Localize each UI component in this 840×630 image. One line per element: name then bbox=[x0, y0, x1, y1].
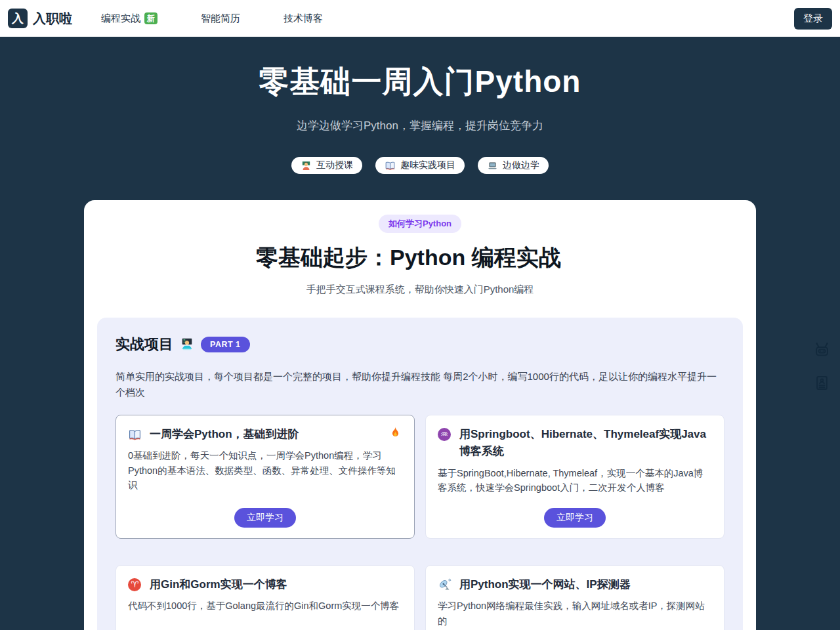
project-cards-grid: 一周学会Python，基础到进阶 0基础到进阶，每天一个知识点，一周学会Pyth… bbox=[116, 415, 724, 630]
fire-icon bbox=[388, 426, 402, 440]
projects-section: 实战项目 PART 1 简单实用的实战项目，每个项目都是一个完整的项目，帮助你提… bbox=[97, 318, 743, 630]
project-card-title: 一周学会Python，基础到进阶 bbox=[150, 426, 299, 443]
floating-action-rail bbox=[813, 341, 831, 392]
learn-now-button[interactable]: 立即学习 bbox=[544, 508, 606, 528]
projects-title: 实战项目 bbox=[116, 335, 173, 354]
learn-now-button[interactable]: 立即学习 bbox=[234, 508, 296, 528]
hero-subtitle: 边学边做学习Python，掌握编程，提升岗位竞争力 bbox=[0, 118, 840, 133]
hero-pill: 趣味实践项目 bbox=[375, 157, 465, 174]
hero-pill-label: 互动授课 bbox=[316, 159, 353, 171]
project-card: ♈ 用Gin和Gorm实现一个博客 代码不到1000行，基于Golang最流行的… bbox=[116, 565, 415, 630]
project-card-title: 用Gin和Gorm实现一个博客 bbox=[150, 576, 287, 593]
open-book-icon bbox=[385, 160, 396, 171]
intro-badge: 如何学习Python bbox=[379, 215, 461, 233]
projects-header: 实战项目 PART 1 bbox=[116, 335, 724, 354]
hero-pill-label: 趣味实践项目 bbox=[400, 159, 455, 171]
nav-item-label: 智能简历 bbox=[201, 12, 240, 25]
resume-icon[interactable] bbox=[813, 374, 831, 392]
project-card-description: 基于SpringBoot,Hibernate, Thymeleaf，实现一个基本… bbox=[438, 466, 712, 495]
logo-letter: 入 bbox=[12, 10, 24, 26]
navbar: 入 入职啦 编程实战 新 智能简历 技术博客 登录 bbox=[0, 0, 840, 37]
robot-icon[interactable] bbox=[813, 341, 831, 359]
hero-title: 零基础一周入门Python bbox=[0, 62, 840, 102]
satellite-icon bbox=[438, 578, 452, 592]
content-card: 如何学习Python 零基础起步：Python 编程实战 手把手交互式课程系统，… bbox=[84, 200, 756, 630]
project-card-description: 学习Python网络编程最佳实践，输入网址域名或者IP，探测网站的 bbox=[438, 598, 712, 628]
nav-item-0[interactable]: 编程实战 新 bbox=[101, 12, 158, 25]
project-card: 一周学会Python，基础到进阶 0基础到进阶，每天一个知识点，一周学会Pyth… bbox=[116, 415, 415, 539]
intro-heading: 零基础起步：Python 编程实战 bbox=[256, 243, 584, 272]
login-button[interactable]: 登录 bbox=[794, 8, 832, 30]
project-card: 用Python实现一个网站、IP探测器 学习Python网络编程最佳实践，输入网… bbox=[425, 565, 724, 630]
teacher-icon bbox=[301, 160, 312, 171]
hero-pill-label: 边做边学 bbox=[503, 159, 539, 171]
intro-subtitle: 手把手交互式课程系统，帮助你快速入门Python编程 bbox=[97, 284, 743, 296]
hero-pill: 互动授课 bbox=[291, 157, 362, 174]
aquarius-icon: ♒ bbox=[438, 428, 452, 442]
aries-icon: ♈ bbox=[128, 578, 142, 592]
laptop-icon bbox=[487, 160, 498, 171]
projects-description: 简单实用的实战项目，每个项目都是一个完整的项目，帮助你提升编程技能 每周2个小时… bbox=[116, 369, 724, 400]
nav-item-label: 技术博客 bbox=[284, 12, 323, 25]
project-card-description: 0基础到进阶，每天一个知识点，一周学会Python编程，学习Python的基本语… bbox=[128, 448, 402, 492]
hero-pills: 互动授课 趣味实践项目 边做边学 bbox=[0, 157, 840, 174]
new-badge: 新 bbox=[144, 12, 158, 24]
hero-pill: 边做边学 bbox=[478, 157, 549, 174]
nav-item-label: 编程实战 bbox=[101, 12, 140, 25]
nav-item-2[interactable]: 技术博客 bbox=[284, 12, 323, 25]
project-card: ♒ 用Springboot、Hibernate、Thymeleaf实现Java博… bbox=[425, 415, 724, 539]
intro-block: 如何学习Python 零基础起步：Python 编程实战 手把手交互式课程系统，… bbox=[97, 215, 743, 296]
brand-name[interactable]: 入职啦 bbox=[33, 10, 72, 28]
nav-links: 编程实战 新 智能简历 技术博客 bbox=[101, 12, 323, 25]
project-card-description: 代码不到1000行，基于Golang最流行的Gin和Gorm实现一个博客 bbox=[128, 598, 402, 613]
hero-section: 零基础一周入门Python 边学边做学习Python，掌握编程，提升岗位竞争力 … bbox=[0, 37, 840, 174]
open-book-icon bbox=[128, 428, 142, 442]
nav-item-1[interactable]: 智能简历 bbox=[201, 12, 240, 25]
logo[interactable]: 入 bbox=[8, 9, 28, 28]
technologist-icon bbox=[180, 337, 194, 352]
project-card-title: 用Springboot、Hibernate、Thymeleaf实现Java博客系… bbox=[459, 426, 712, 461]
project-card-title: 用Python实现一个网站、IP探测器 bbox=[459, 576, 631, 593]
part-badge: PART 1 bbox=[201, 337, 250, 352]
